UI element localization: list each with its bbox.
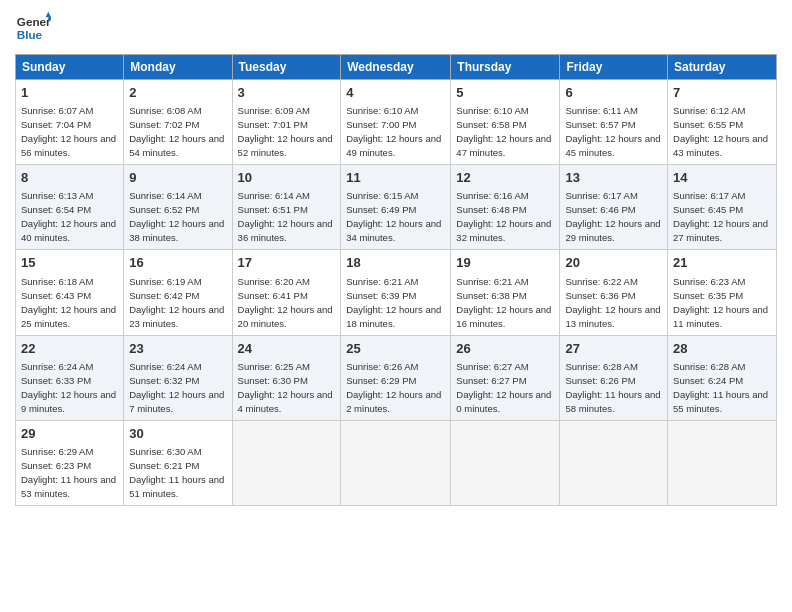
day-cell-1: 1 Sunrise: 6:07 AMSunset: 7:04 PMDayligh…: [16, 80, 124, 165]
day-info: Sunrise: 6:17 AMSunset: 6:46 PMDaylight:…: [565, 190, 660, 243]
day-info: Sunrise: 6:18 AMSunset: 6:43 PMDaylight:…: [21, 276, 116, 329]
week-row-2: 8 Sunrise: 6:13 AMSunset: 6:54 PMDayligh…: [16, 165, 777, 250]
day-info: Sunrise: 6:26 AMSunset: 6:29 PMDaylight:…: [346, 361, 441, 414]
day-info: Sunrise: 6:14 AMSunset: 6:51 PMDaylight:…: [238, 190, 333, 243]
week-row-3: 15 Sunrise: 6:18 AMSunset: 6:43 PMDaylig…: [16, 250, 777, 335]
day-cell-15: 15 Sunrise: 6:18 AMSunset: 6:43 PMDaylig…: [16, 250, 124, 335]
day-cell-18: 18 Sunrise: 6:21 AMSunset: 6:39 PMDaylig…: [341, 250, 451, 335]
day-cell-6: 6 Sunrise: 6:11 AMSunset: 6:57 PMDayligh…: [560, 80, 668, 165]
week-row-1: 1 Sunrise: 6:07 AMSunset: 7:04 PMDayligh…: [16, 80, 777, 165]
day-info: Sunrise: 6:14 AMSunset: 6:52 PMDaylight:…: [129, 190, 224, 243]
day-number: 20: [565, 254, 662, 272]
day-info: Sunrise: 6:09 AMSunset: 7:01 PMDaylight:…: [238, 105, 333, 158]
day-cell-2: 2 Sunrise: 6:08 AMSunset: 7:02 PMDayligh…: [124, 80, 232, 165]
day-cell-25: 25 Sunrise: 6:26 AMSunset: 6:29 PMDaylig…: [341, 335, 451, 420]
day-cell-22: 22 Sunrise: 6:24 AMSunset: 6:33 PMDaylig…: [16, 335, 124, 420]
day-cell-9: 9 Sunrise: 6:14 AMSunset: 6:52 PMDayligh…: [124, 165, 232, 250]
day-cell-3: 3 Sunrise: 6:09 AMSunset: 7:01 PMDayligh…: [232, 80, 341, 165]
day-number: 19: [456, 254, 554, 272]
day-info: Sunrise: 6:07 AMSunset: 7:04 PMDaylight:…: [21, 105, 116, 158]
day-number: 23: [129, 340, 226, 358]
day-number: 16: [129, 254, 226, 272]
day-number: 11: [346, 169, 445, 187]
header: General Blue: [15, 10, 777, 46]
day-info: Sunrise: 6:20 AMSunset: 6:41 PMDaylight:…: [238, 276, 333, 329]
day-cell-5: 5 Sunrise: 6:10 AMSunset: 6:58 PMDayligh…: [451, 80, 560, 165]
day-info: Sunrise: 6:08 AMSunset: 7:02 PMDaylight:…: [129, 105, 224, 158]
day-number: 5: [456, 84, 554, 102]
day-number: 13: [565, 169, 662, 187]
weekday-header-saturday: Saturday: [668, 55, 777, 80]
day-number: 10: [238, 169, 336, 187]
weekday-header-sunday: Sunday: [16, 55, 124, 80]
day-number: 9: [129, 169, 226, 187]
day-info: Sunrise: 6:15 AMSunset: 6:49 PMDaylight:…: [346, 190, 441, 243]
day-cell-21: 21 Sunrise: 6:23 AMSunset: 6:35 PMDaylig…: [668, 250, 777, 335]
empty-cell: [560, 420, 668, 505]
day-number: 3: [238, 84, 336, 102]
day-info: Sunrise: 6:24 AMSunset: 6:33 PMDaylight:…: [21, 361, 116, 414]
day-cell-4: 4 Sunrise: 6:10 AMSunset: 7:00 PMDayligh…: [341, 80, 451, 165]
day-cell-12: 12 Sunrise: 6:16 AMSunset: 6:48 PMDaylig…: [451, 165, 560, 250]
day-info: Sunrise: 6:12 AMSunset: 6:55 PMDaylight:…: [673, 105, 768, 158]
svg-text:Blue: Blue: [17, 28, 43, 41]
day-cell-19: 19 Sunrise: 6:21 AMSunset: 6:38 PMDaylig…: [451, 250, 560, 335]
day-info: Sunrise: 6:10 AMSunset: 7:00 PMDaylight:…: [346, 105, 441, 158]
day-cell-16: 16 Sunrise: 6:19 AMSunset: 6:42 PMDaylig…: [124, 250, 232, 335]
day-cell-7: 7 Sunrise: 6:12 AMSunset: 6:55 PMDayligh…: [668, 80, 777, 165]
day-cell-8: 8 Sunrise: 6:13 AMSunset: 6:54 PMDayligh…: [16, 165, 124, 250]
day-cell-14: 14 Sunrise: 6:17 AMSunset: 6:45 PMDaylig…: [668, 165, 777, 250]
empty-cell: [668, 420, 777, 505]
calendar-page: General Blue SundayMondayTuesdayWednesda…: [0, 0, 792, 612]
day-info: Sunrise: 6:21 AMSunset: 6:39 PMDaylight:…: [346, 276, 441, 329]
day-number: 15: [21, 254, 118, 272]
day-cell-26: 26 Sunrise: 6:27 AMSunset: 6:27 PMDaylig…: [451, 335, 560, 420]
logo-icon: General Blue: [15, 10, 51, 46]
day-number: 30: [129, 425, 226, 443]
day-info: Sunrise: 6:24 AMSunset: 6:32 PMDaylight:…: [129, 361, 224, 414]
day-info: Sunrise: 6:21 AMSunset: 6:38 PMDaylight:…: [456, 276, 551, 329]
day-number: 25: [346, 340, 445, 358]
day-info: Sunrise: 6:25 AMSunset: 6:30 PMDaylight:…: [238, 361, 333, 414]
weekday-header-thursday: Thursday: [451, 55, 560, 80]
day-number: 8: [21, 169, 118, 187]
day-info: Sunrise: 6:13 AMSunset: 6:54 PMDaylight:…: [21, 190, 116, 243]
day-number: 21: [673, 254, 771, 272]
day-number: 14: [673, 169, 771, 187]
empty-cell: [451, 420, 560, 505]
day-number: 6: [565, 84, 662, 102]
logo: General Blue: [15, 10, 51, 46]
day-number: 17: [238, 254, 336, 272]
empty-cell: [341, 420, 451, 505]
day-number: 29: [21, 425, 118, 443]
day-info: Sunrise: 6:11 AMSunset: 6:57 PMDaylight:…: [565, 105, 660, 158]
day-number: 28: [673, 340, 771, 358]
day-info: Sunrise: 6:19 AMSunset: 6:42 PMDaylight:…: [129, 276, 224, 329]
day-number: 24: [238, 340, 336, 358]
weekday-header-friday: Friday: [560, 55, 668, 80]
day-cell-23: 23 Sunrise: 6:24 AMSunset: 6:32 PMDaylig…: [124, 335, 232, 420]
weekday-header-tuesday: Tuesday: [232, 55, 341, 80]
day-info: Sunrise: 6:10 AMSunset: 6:58 PMDaylight:…: [456, 105, 551, 158]
day-number: 22: [21, 340, 118, 358]
day-cell-28: 28 Sunrise: 6:28 AMSunset: 6:24 PMDaylig…: [668, 335, 777, 420]
day-cell-17: 17 Sunrise: 6:20 AMSunset: 6:41 PMDaylig…: [232, 250, 341, 335]
day-info: Sunrise: 6:30 AMSunset: 6:21 PMDaylight:…: [129, 446, 224, 499]
day-number: 18: [346, 254, 445, 272]
day-info: Sunrise: 6:28 AMSunset: 6:26 PMDaylight:…: [565, 361, 660, 414]
weekday-header-monday: Monday: [124, 55, 232, 80]
day-cell-13: 13 Sunrise: 6:17 AMSunset: 6:46 PMDaylig…: [560, 165, 668, 250]
day-cell-27: 27 Sunrise: 6:28 AMSunset: 6:26 PMDaylig…: [560, 335, 668, 420]
empty-cell: [232, 420, 341, 505]
day-number: 26: [456, 340, 554, 358]
day-info: Sunrise: 6:16 AMSunset: 6:48 PMDaylight:…: [456, 190, 551, 243]
day-info: Sunrise: 6:28 AMSunset: 6:24 PMDaylight:…: [673, 361, 768, 414]
day-cell-30: 30 Sunrise: 6:30 AMSunset: 6:21 PMDaylig…: [124, 420, 232, 505]
week-row-4: 22 Sunrise: 6:24 AMSunset: 6:33 PMDaylig…: [16, 335, 777, 420]
day-cell-11: 11 Sunrise: 6:15 AMSunset: 6:49 PMDaylig…: [341, 165, 451, 250]
day-info: Sunrise: 6:23 AMSunset: 6:35 PMDaylight:…: [673, 276, 768, 329]
day-number: 1: [21, 84, 118, 102]
day-info: Sunrise: 6:27 AMSunset: 6:27 PMDaylight:…: [456, 361, 551, 414]
day-cell-10: 10 Sunrise: 6:14 AMSunset: 6:51 PMDaylig…: [232, 165, 341, 250]
day-cell-20: 20 Sunrise: 6:22 AMSunset: 6:36 PMDaylig…: [560, 250, 668, 335]
